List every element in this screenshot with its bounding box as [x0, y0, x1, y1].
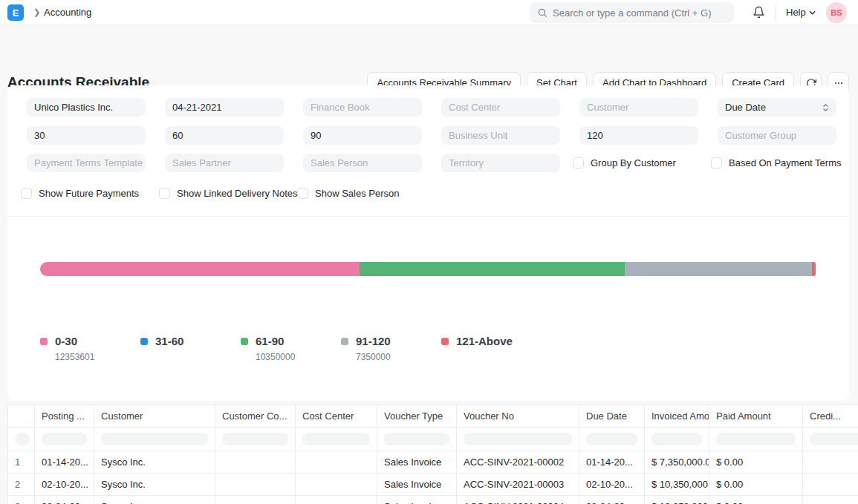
- table-row[interactable]: 1 01-14-20... Sysco Inc. Sales Invoice A…: [8, 451, 858, 474]
- page-header: Accounts Receivable Accounts Receivable …: [0, 25, 858, 79]
- group-by-customer-checkbox[interactable]: Group By Customer: [573, 157, 676, 168]
- column-filter-input[interactable]: [101, 433, 208, 445]
- report-date-filter[interactable]: 04-21-2021: [165, 98, 284, 117]
- payment-terms-template-filter[interactable]: Payment Terms Template: [27, 154, 146, 172]
- col-header-cost-center[interactable]: Cost Center: [296, 405, 377, 428]
- app-logo[interactable]: E: [7, 4, 24, 21]
- global-search-input[interactable]: Search or type a command (Ctrl + G): [530, 2, 734, 23]
- cell-posting-date[interactable]: 02-24-20...: [35, 496, 94, 504]
- territory-filter[interactable]: Territory: [441, 154, 560, 172]
- legend-value: [456, 352, 542, 362]
- legend-value: 12353601: [55, 352, 140, 362]
- cell-paid-amount[interactable]: $ 0.00: [709, 474, 803, 496]
- legend-item-31-60[interactable]: 31-60: [140, 335, 241, 362]
- cell-voucher-type[interactable]: Sales Invoice: [377, 496, 457, 504]
- cell-customer[interactable]: Sysco Inc.: [94, 496, 215, 504]
- col-header-paid-amount[interactable]: Paid Amount: [709, 405, 803, 428]
- sales-partner-filter[interactable]: Sales Partner: [165, 154, 284, 172]
- col-header-invoiced-amount[interactable]: Invoiced Amo...: [645, 405, 709, 428]
- col-header-due-date[interactable]: Due Date: [579, 405, 645, 428]
- column-filter-input[interactable]: [42, 433, 87, 445]
- col-header-customer[interactable]: Customer: [94, 405, 215, 428]
- search-icon: [537, 7, 547, 18]
- legend-swatch: [140, 338, 148, 345]
- legend-swatch: [341, 338, 348, 345]
- col-header-voucher-no[interactable]: Voucher No: [457, 405, 579, 428]
- cell-paid-amount[interactable]: $ 0.00: [709, 496, 803, 504]
- notifications-bell-icon[interactable]: [753, 6, 765, 19]
- help-label: Help: [786, 7, 806, 18]
- user-avatar[interactable]: BS: [826, 2, 847, 23]
- sales-person-filter[interactable]: Sales Person: [303, 154, 422, 172]
- legend-label: 0-30: [55, 335, 77, 347]
- customer-filter[interactable]: Customer: [579, 98, 698, 117]
- cell-voucher-type[interactable]: Sales Invoice: [377, 474, 457, 496]
- table-row[interactable]: 2 02-10-20... Sysco Inc. Sales Invoice A…: [8, 474, 858, 496]
- cell-paid-amount[interactable]: $ 0.00: [709, 451, 803, 474]
- help-menu[interactable]: Help: [786, 7, 816, 18]
- range4-filter[interactable]: 120: [579, 126, 698, 145]
- column-filter-input[interactable]: [464, 433, 572, 445]
- cost-center-filter[interactable]: Cost Center: [441, 98, 560, 117]
- column-filter-input[interactable]: [586, 433, 637, 445]
- cell-credit[interactable]: [803, 451, 858, 474]
- cell-due-date[interactable]: 02-24-20...: [579, 496, 645, 504]
- legend-swatch: [241, 338, 248, 345]
- column-filter-input[interactable]: [651, 433, 702, 445]
- cell-invoiced-amount[interactable]: $ 10,350,000.00: [645, 474, 709, 496]
- table-row[interactable]: 3 02-24-20... Sysco Inc. Sales Invoice A…: [8, 496, 858, 504]
- select-chevrons-icon: [822, 103, 829, 112]
- range3-filter[interactable]: 90: [303, 126, 422, 145]
- cell-customer[interactable]: Sysco Inc.: [94, 474, 215, 496]
- show-linked-delivery-notes-checkbox[interactable]: Show Linked Delivery Notes: [159, 188, 298, 199]
- ageing-based-on-select[interactable]: Due Date: [718, 98, 836, 117]
- cell-cost-center[interactable]: [296, 496, 377, 504]
- legend-item-61-90[interactable]: 61-90 10350000: [241, 335, 341, 362]
- col-header-posting-date[interactable]: Posting ...: [35, 405, 94, 428]
- column-filter-input[interactable]: [222, 433, 288, 445]
- range2-filter[interactable]: 60: [165, 126, 284, 145]
- col-header-customer-contact[interactable]: Customer Co...: [215, 405, 296, 428]
- cell-cost-center[interactable]: [296, 474, 377, 496]
- cell-posting-date[interactable]: 02-10-20...: [35, 474, 94, 496]
- cell-voucher-no[interactable]: ACC-SINV-2021-00003: [457, 474, 579, 496]
- range1-filter[interactable]: 30: [27, 126, 146, 145]
- show-sales-person-checkbox[interactable]: Show Sales Person: [297, 188, 399, 199]
- business-unit-filter[interactable]: Business Unit: [441, 126, 560, 145]
- column-filter-input[interactable]: [384, 433, 449, 445]
- column-filter-input[interactable]: [15, 433, 30, 445]
- cell-customer-contact[interactable]: [215, 474, 296, 496]
- cell-credit[interactable]: [803, 496, 858, 504]
- checkbox-label: Show Future Payments: [39, 188, 139, 199]
- legend-item-121-above[interactable]: 121-Above: [441, 335, 542, 362]
- legend-item-91-120[interactable]: 91-120 7350000: [341, 335, 441, 362]
- cell-posting-date[interactable]: 01-14-20...: [35, 451, 94, 474]
- cell-invoiced-amount[interactable]: $ 10,350,000.00: [645, 496, 709, 504]
- finance-book-filter[interactable]: Finance Book: [303, 98, 422, 117]
- breadcrumb[interactable]: Accounting: [44, 7, 91, 18]
- cell-customer[interactable]: Sysco Inc.: [94, 451, 215, 474]
- column-filter-input[interactable]: [302, 433, 370, 445]
- cell-voucher-no[interactable]: ACC-SINV-2021-00004: [457, 496, 579, 504]
- cell-invoiced-amount[interactable]: $ 7,350,000.00: [645, 451, 709, 474]
- col-header-rownum: [8, 405, 35, 428]
- col-header-credit[interactable]: Credi...: [803, 405, 858, 428]
- company-filter[interactable]: Unico Plastics Inc.: [27, 98, 146, 117]
- cell-due-date[interactable]: 01-14-20...: [579, 451, 645, 474]
- show-future-payments-checkbox[interactable]: Show Future Payments: [21, 188, 139, 199]
- cell-due-date[interactable]: 02-10-20...: [579, 474, 645, 496]
- customer-group-filter[interactable]: Customer Group: [718, 126, 836, 145]
- cell-customer-contact[interactable]: [215, 496, 296, 504]
- cell-customer-contact[interactable]: [215, 451, 296, 474]
- col-header-voucher-type[interactable]: Voucher Type: [377, 405, 457, 428]
- cell-credit[interactable]: [803, 474, 858, 496]
- bar-segment-91-120: [625, 262, 812, 276]
- cell-voucher-no[interactable]: ACC-SINV-2021-00002: [457, 451, 579, 474]
- cell-cost-center[interactable]: [296, 451, 377, 474]
- cell-voucher-type[interactable]: Sales Invoice: [377, 451, 457, 474]
- column-filter-input[interactable]: [716, 433, 796, 445]
- column-filter-input[interactable]: [810, 433, 858, 445]
- based-on-payment-terms-checkbox[interactable]: Based On Payment Terms: [711, 157, 842, 168]
- legend-item-0-30[interactable]: 0-30 12353601: [40, 335, 140, 362]
- legend-value: 10350000: [256, 352, 341, 362]
